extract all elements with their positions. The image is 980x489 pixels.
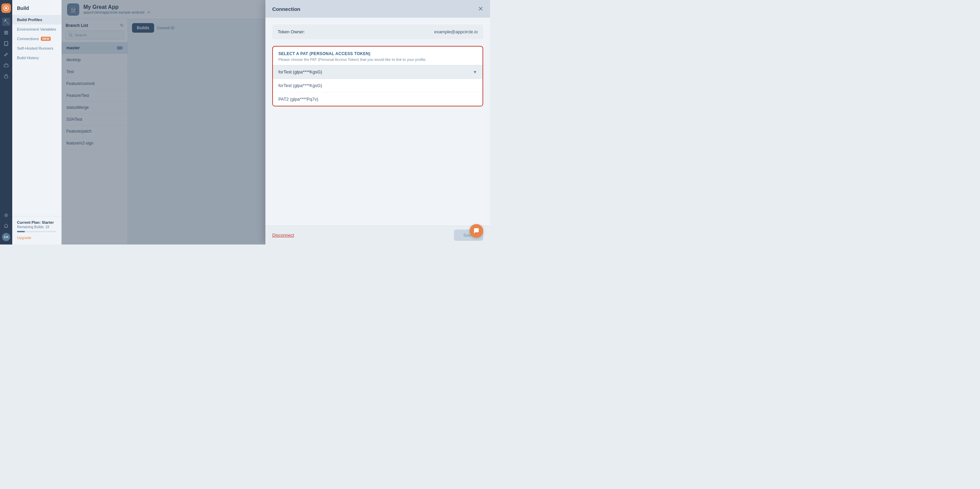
nav-item-label: Build Profiles: [17, 18, 42, 22]
svg-rect-7: [4, 65, 8, 67]
nav-item-runners[interactable]: Self-Hosted Runners: [12, 43, 61, 53]
pat-option-pat2[interactable]: PAT2 (glpa****Pq7v): [273, 92, 482, 106]
user-avatar[interactable]: CA: [2, 233, 10, 241]
nav-item-label: Build History: [17, 56, 39, 60]
sign-nav-icon[interactable]: [2, 50, 10, 59]
nav-item-build-profiles[interactable]: Build Profiles: [12, 15, 61, 24]
pat-box-desc: Please choose the PAT (Personal Access T…: [278, 57, 477, 62]
app-logo[interactable]: [2, 3, 11, 13]
connection-modal: Connection ✕ Token Owner: example@appcir…: [266, 0, 490, 244]
new-badge: NEW: [41, 37, 51, 41]
modal-title: Connection: [272, 6, 301, 12]
nav-panel: Build Build Profiles Environment Variabl…: [12, 0, 62, 244]
toolbox-nav-icon[interactable]: [2, 61, 10, 69]
chat-bubble-button[interactable]: [469, 224, 483, 238]
disconnect-button[interactable]: Disconnect: [272, 233, 294, 238]
pat-box-title: SELECT A PAT (PERSONAL ACCESS TOKEN): [278, 51, 477, 56]
pat-option-label: forTest (glpa****KgsG): [278, 83, 322, 88]
svg-point-9: [5, 214, 7, 216]
token-owner-value: example@appcircle.io: [434, 29, 478, 34]
modal-footer: Disconnect Save: [266, 225, 490, 244]
plan-title: Current Plan: Starter: [17, 221, 56, 224]
chat-icon: [473, 227, 480, 234]
svg-rect-2: [4, 31, 8, 32]
lock-nav-icon[interactable]: [2, 72, 10, 80]
nav-item-label: Connections: [17, 37, 39, 41]
nav-item-build-history[interactable]: Build History: [12, 53, 61, 63]
pat-option-label: PAT2 (glpa****Pq7v): [278, 97, 318, 102]
pat-dropdown-value: forTest (glpa****KgsG): [278, 69, 322, 75]
pat-option-fortest[interactable]: forTest (glpa****KgsG): [273, 79, 482, 92]
pat-selection-box: SELECT A PAT (PERSONAL ACCESS TOKEN) Ple…: [272, 46, 483, 106]
build-nav-icon[interactable]: 🔨: [2, 18, 10, 26]
modal-body: Token Owner: example@appcircle.io SELECT…: [266, 18, 490, 225]
left-sidebar: 🔨 CA: [0, 0, 12, 244]
upgrade-link[interactable]: Upgrade: [17, 236, 31, 240]
nav-item-label: Environment Variables: [17, 27, 56, 31]
token-owner-label: Token Owner:: [278, 29, 305, 34]
pat-dropdown[interactable]: forTest (glpa****KgsG) ▼: [273, 65, 482, 79]
nav-item-connections[interactable]: Connections NEW: [12, 34, 61, 43]
svg-rect-4: [4, 34, 8, 34]
svg-point-1: [5, 7, 7, 9]
chevron-down-icon: ▼: [473, 70, 477, 75]
nav-header: Build: [12, 5, 61, 15]
modal-header: Connection ✕: [266, 0, 490, 18]
pat-box-header: SELECT A PAT (PERSONAL ACCESS TOKEN) Ple…: [273, 47, 482, 62]
modal-close-button[interactable]: ✕: [478, 6, 483, 12]
svg-point-6: [6, 44, 6, 45]
token-owner-row: Token Owner: example@appcircle.io: [272, 24, 483, 39]
svg-rect-8: [5, 76, 8, 78]
bell-nav-icon[interactable]: [2, 222, 10, 230]
nav-item-env-vars[interactable]: Environment Variables: [12, 24, 61, 34]
gear-nav-icon[interactable]: [2, 211, 10, 219]
plan-bar-fill: [17, 231, 25, 232]
pat-options-list: forTest (glpa****KgsG) PAT2 (glpa****Pq7…: [273, 79, 482, 106]
plan-section: Current Plan: Starter Remaining Builds: …: [12, 216, 61, 244]
plan-bar: [17, 231, 56, 232]
nav-item-label: Self-Hosted Runners: [17, 46, 53, 50]
device-nav-icon[interactable]: [2, 40, 10, 48]
svg-rect-3: [4, 32, 8, 33]
plan-remaining: Remaining Builds: 18: [17, 225, 56, 229]
layers-nav-icon[interactable]: [2, 29, 10, 37]
